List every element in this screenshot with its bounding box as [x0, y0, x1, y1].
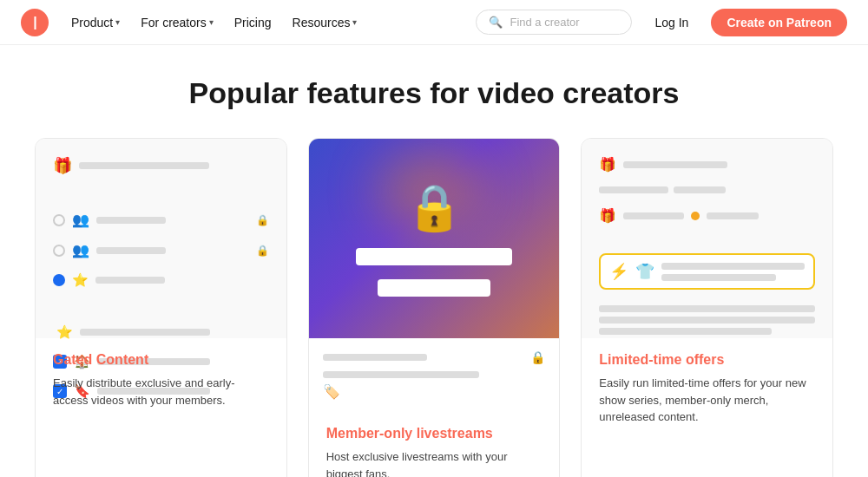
bar-decoration — [323, 371, 479, 378]
bar-decoration — [96, 217, 166, 224]
lock-icon-large: 🔒 — [406, 181, 463, 234]
create-button[interactable]: Create on Patreon — [711, 9, 847, 36]
bar-decoration — [323, 354, 427, 361]
bar-decoration — [599, 317, 815, 323]
card1-row3: ⭐ — [53, 272, 269, 288]
chevron-down-icon: ▾ — [352, 17, 357, 27]
card1-text: Gated Content Easily distribute exclusiv… — [36, 338, 286, 426]
nav-pricing-label: Pricing — [234, 16, 272, 29]
card3-bars — [599, 186, 815, 193]
bar-decoration — [80, 329, 210, 336]
logo-circle: | — [21, 9, 49, 36]
nav-right: 🔍 Find a creator Log In Create on Patreo… — [476, 9, 847, 36]
star-icon: ⭐ — [56, 324, 73, 340]
card1-row2: 👥 🔒 — [53, 242, 269, 258]
card2-meta-row: 🔒 — [323, 350, 546, 364]
gift-icon-sm: 🎁 — [599, 207, 616, 224]
nav-resources[interactable]: Resources ▾ — [284, 10, 366, 35]
gift-icon: 🎁 — [53, 156, 72, 175]
chevron-down-icon: ▾ — [209, 17, 214, 27]
highlight-row: ⚡ 👕 — [599, 253, 815, 290]
lock-icon: 🔒 — [256, 214, 269, 226]
nav-for-creators-label: For creators — [141, 16, 206, 29]
highlight-bars — [661, 263, 805, 281]
page-title: Popular features for video creators — [35, 76, 833, 110]
card2-bottom: 🔒 🏷️ — [309, 338, 560, 412]
gift-icon: 🎁 — [599, 156, 616, 173]
white-bar-short — [378, 279, 490, 297]
card1-illustration: 🎁 👥 🔒 👥 🔒 — [36, 139, 286, 338]
nav-pricing[interactable]: Pricing — [226, 10, 280, 35]
lock-icon-small: 🔒 — [530, 350, 545, 364]
feature-cards: 🎁 👥 🔒 👥 🔒 — [35, 138, 833, 477]
nav-for-creators[interactable]: For creators ▾ — [132, 10, 221, 35]
livestreams-card: 🔒 🔒 🏷️ Member-only livestreams Host excl… — [308, 138, 561, 477]
navigation: | Product ▾ For creators ▾ Pricing Resou… — [0, 0, 868, 45]
main-content: Popular features for video creators 🎁 👥 … — [0, 45, 868, 477]
bar-decoration — [674, 186, 726, 193]
card3-row-phone: 🎁 — [599, 207, 815, 224]
bar-decoration — [707, 212, 759, 219]
card3-illustration: 🎁 🎁 ⚡ 👕 — [582, 139, 832, 338]
card3-text: Limited-time offers Easily run limited-t… — [582, 338, 832, 443]
people-icon: 👥 — [72, 212, 89, 228]
card1-row4: ⭐ — [53, 324, 269, 340]
radio-unselected — [53, 214, 65, 226]
tag-icon: 🏷️ — [323, 384, 340, 399]
card2-text: Member-only livestreams Host exclusive l… — [309, 412, 560, 477]
bar-decoration — [623, 212, 684, 219]
orange-dot — [691, 212, 700, 220]
bar-decoration — [599, 328, 772, 335]
radio-selected — [53, 274, 65, 286]
shirt-icon: 👕 — [635, 262, 654, 281]
bar-decoration — [95, 277, 165, 284]
card3-bottom-bars — [599, 305, 815, 335]
card3-title: Limited-time offers — [599, 352, 815, 368]
card2-title: Member-only livestreams — [326, 426, 542, 441]
lock-icon: 🔒 — [256, 245, 269, 257]
card2-desc: Host exclusive livestreams with your big… — [326, 448, 542, 477]
gated-content-card: 🎁 👥 🔒 👥 🔒 — [35, 138, 287, 477]
search-icon: 🔍 — [489, 16, 503, 29]
nav-product-label: Product — [71, 16, 113, 29]
search-box[interactable]: 🔍 Find a creator — [476, 10, 632, 35]
bolt-icon: ⚡ — [609, 262, 628, 281]
star-icon: ⭐ — [72, 272, 89, 288]
bar-decoration — [79, 162, 209, 169]
nav-product[interactable]: Product ▾ — [62, 10, 128, 35]
card3-desc: Easily run limited-time offers for your … — [599, 375, 815, 426]
white-bar-long — [356, 248, 512, 265]
nav-items: Product ▾ For creators ▾ Pricing Resourc… — [62, 10, 365, 35]
bar-decoration — [599, 305, 815, 312]
nav-resources-label: Resources — [293, 16, 351, 29]
bar-decoration — [96, 247, 166, 254]
bar-decoration — [599, 186, 668, 193]
bar-decoration — [661, 263, 805, 270]
radio-unselected — [53, 245, 65, 257]
people-icon: 👥 — [72, 242, 89, 258]
card3-row-gift: 🎁 — [599, 156, 815, 173]
login-button[interactable]: Log In — [642, 10, 700, 36]
bar-decoration — [623, 161, 727, 168]
card2-illustration: 🔒 — [309, 139, 560, 338]
logo[interactable]: | — [21, 9, 49, 36]
chevron-down-icon: ▾ — [115, 17, 120, 27]
bar-decoration — [661, 274, 776, 281]
limited-offers-card: 🎁 🎁 ⚡ 👕 — [581, 138, 833, 477]
search-placeholder: Find a creator — [510, 16, 579, 29]
card1-row1: 👥 🔒 — [53, 212, 269, 228]
card1-row-gift: 🎁 — [53, 156, 269, 175]
